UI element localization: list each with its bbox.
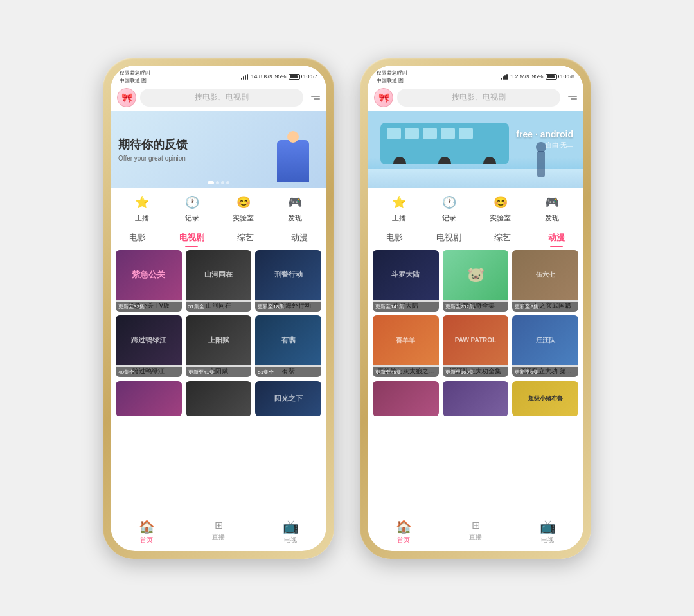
bottom-home-2[interactable]: 🏠 首页 (368, 519, 440, 545)
data-speed-1: 14.8 K/s (251, 73, 272, 80)
status-bar-1: 仅限紧急呼叫 中国联通 图 14.8 K/s 95% 10:57 (111, 66, 326, 85)
lab-label-2: 实验室 (490, 213, 511, 223)
banner-sub-2: 自由·无二 (546, 141, 573, 150)
status-bar-2: 仅限紧急呼叫 中国联通 图 1.2 M/s 95% 10:58 (368, 66, 583, 85)
grid-row-1-2: 跨过鸭绿江 40集全 跨过鸭绿江 上阳赋 更新至41集 上阳赋 有翡 51集全 … (116, 315, 321, 377)
live-icon-1: ⊞ (215, 519, 223, 531)
battery-pct-1: 95% (274, 73, 286, 80)
discover-icon-1: 🎮 (286, 193, 304, 211)
tab-tv-2[interactable]: 电视剧 (422, 229, 476, 246)
nav-item-record-2[interactable]: 🕐 记录 (440, 193, 458, 223)
grid-item-2-3-1[interactable] (373, 381, 439, 416)
grid-item-1-3-1[interactable] (116, 381, 182, 416)
network-2: 中国联通 图 (377, 77, 407, 84)
tab-tv-1[interactable]: 电视剧 (165, 229, 218, 246)
status-right-1: 14.8 K/s 95% 10:57 (241, 73, 317, 80)
content-tabs-2: 电影 电视剧 综艺 动漫 (368, 228, 583, 250)
badge-1-2-2: 更新至41集 (186, 367, 252, 377)
settings-icon-1[interactable] (307, 91, 320, 104)
nav-item-record-1[interactable]: 🕐 记录 (183, 193, 201, 223)
grid-item-2-3-2[interactable] (443, 381, 509, 416)
grid-item-2-2-3[interactable]: 汪汪队 更新至6集 汪汪队立大功 第... (512, 315, 578, 377)
grid-item-1-2-2[interactable]: 上阳赋 更新至41集 上阳赋 (186, 315, 252, 377)
search-box-1[interactable]: 搜电影、电视剧 (140, 89, 303, 107)
tv-label-1: 电视 (284, 536, 297, 545)
zhibo-icon-2: ⭐ (390, 193, 408, 211)
nav-item-zhibo-2[interactable]: ⭐ 主播 (390, 193, 408, 223)
tv-icon-1: 📺 (283, 519, 299, 534)
bottom-tv-1[interactable]: 📺 电视 (254, 519, 326, 545)
zhibo-label-1: 主播 (135, 213, 149, 223)
banner-1[interactable]: 期待你的反馈 Offer your great opinion (111, 111, 326, 188)
status-left-1: 仅限紧急呼叫 中国联通 图 (120, 69, 150, 84)
record-icon-2: 🕐 (440, 193, 458, 211)
badge-2-1-3: 更新至2集 (512, 302, 578, 312)
bottom-nav-1: 🏠 首页 ⊞ 直播 📺 电视 (111, 515, 326, 551)
grid-row-1-1: 紫急公关 更新至32集 紧急公关 TV版 山河同在 51集全 山河同在 刑警行动… (116, 250, 321, 312)
home-label-1: 首页 (140, 536, 153, 545)
grid-item-1-2-3[interactable]: 有翡 51集全 有翡 (255, 315, 321, 377)
grid-item-1-3-2[interactable] (186, 381, 252, 416)
status-right-2: 1.2 M/s 95% 10:58 (501, 73, 574, 80)
grid-item-2-3-3[interactable]: 超级小猪布鲁 (512, 381, 578, 416)
banner-subtitle-1: Offer your great opinion (118, 155, 267, 162)
nav-item-discover-2[interactable]: 🎮 发现 (543, 193, 561, 223)
grid-row-2-3: 超级小猪布鲁 (373, 381, 578, 416)
tv-label-2: 电视 (541, 536, 554, 545)
banner-text-1: 期待你的反馈 Offer your great opinion (118, 137, 267, 162)
search-box-2[interactable]: 搜电影、电视剧 (397, 89, 560, 107)
nav-item-lab-2[interactable]: 😊 实验室 (490, 193, 511, 223)
lab-label-1: 实验室 (233, 213, 254, 223)
battery-pct-2: 95% (531, 73, 543, 80)
content-grid-2: 斗罗大陆 更新至141集 斗罗大陆 🐷 更新至252集 小猪佩奇全集 伍六七 更… (368, 250, 583, 515)
data-speed-2: 1.2 M/s (510, 73, 529, 80)
carrier-2: 仅限紧急呼叫 (377, 69, 407, 76)
badge-1-2-3: 51集全 (255, 367, 321, 377)
banner-2[interactable]: free · android 自由·无二 (368, 111, 583, 188)
avatar-2[interactable]: 🎀 (374, 88, 393, 107)
discover-label-1: 发现 (288, 213, 302, 223)
search-row-2: 🎀 搜电影、电视剧 (368, 85, 583, 111)
search-placeholder-1: 搜电影、电视剧 (195, 92, 249, 103)
content-tabs-1: 电影 电视剧 综艺 动漫 (111, 228, 326, 250)
tab-movie-2[interactable]: 电影 (368, 229, 422, 246)
phone-1: 仅限紧急呼叫 中国联通 图 14.8 K/s 95% 10:57 🎀 搜电影 (103, 58, 334, 559)
avatar-1[interactable]: 🎀 (117, 88, 136, 107)
grid-item-1-3-3[interactable]: 阳光之下 (255, 381, 321, 416)
grid-item-2-2-2[interactable]: PAW PATROL 更新至160集 汪汪队立大功全集 (443, 315, 509, 377)
grid-item-1-1-1[interactable]: 紫急公关 更新至32集 紧急公关 TV版 (116, 250, 182, 312)
nav-item-lab-1[interactable]: 😊 实验室 (233, 193, 254, 223)
nav-item-zhibo-1[interactable]: ⭐ 主播 (133, 193, 151, 223)
banner-figure-1 (267, 118, 319, 182)
tab-variety-1[interactable]: 综艺 (218, 229, 272, 246)
tab-variety-2[interactable]: 综艺 (476, 229, 529, 246)
grid-item-2-1-1[interactable]: 斗罗大陆 更新至141集 斗罗大陆 (373, 250, 439, 312)
grid-item-2-1-3[interactable]: 伍六七 更新至2集 伍六七之玄武国篇 (512, 250, 578, 312)
banner-free-android: free · android (516, 129, 573, 139)
nav-item-discover-1[interactable]: 🎮 发现 (286, 193, 304, 223)
grid-item-1-2-1[interactable]: 跨过鸭绿江 40集全 跨过鸭绿江 (116, 315, 182, 377)
badge-1-2-1: 40集全 (116, 367, 182, 377)
settings-icon-2[interactable] (564, 91, 577, 104)
bottom-tv-2[interactable]: 📺 电视 (512, 519, 583, 545)
bottom-nav-2: 🏠 首页 ⊞ 直播 📺 电视 (368, 515, 583, 551)
grid-item-1-1-2[interactable]: 山河同在 51集全 山河同在 (186, 250, 252, 312)
tab-anime-2[interactable]: 动漫 (529, 229, 583, 246)
bottom-live-2[interactable]: ⊞ 直播 (440, 519, 512, 545)
home-icon-2: 🏠 (396, 519, 412, 534)
home-label-2: 首页 (397, 536, 410, 545)
tab-movie-1[interactable]: 电影 (111, 229, 165, 246)
status-left-2: 仅限紧急呼叫 中国联通 图 (377, 69, 407, 84)
tab-anime-1[interactable]: 动漫 (272, 229, 326, 246)
banner-dots-1 (208, 181, 229, 184)
badge-1-1-2: 51集全 (186, 302, 252, 312)
home-icon-1: 🏠 (139, 519, 155, 534)
grid-item-1-1-3[interactable]: 刑警行动 更新至18集 刑警之海外行动 (255, 250, 321, 312)
bottom-live-1[interactable]: ⊞ 直播 (182, 519, 254, 545)
grid-row-2-2: 喜羊羊 更新至48集 喜羊羊与灰太狼之... PAW PATROL 更新至160… (373, 315, 578, 377)
time-1: 10:57 (303, 73, 317, 80)
bottom-home-1[interactable]: 🏠 首页 (111, 519, 182, 545)
carrier-1: 仅限紧急呼叫 (120, 69, 150, 76)
grid-item-2-2-1[interactable]: 喜羊羊 更新至48集 喜羊羊与灰太狼之... (373, 315, 439, 377)
grid-item-2-1-2[interactable]: 🐷 更新至252集 小猪佩奇全集 (443, 250, 509, 312)
